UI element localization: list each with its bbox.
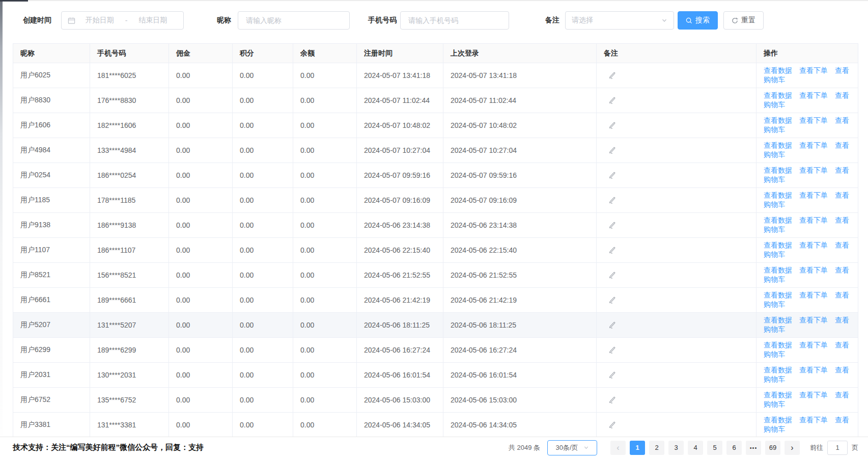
- edit-remark-icon[interactable]: [608, 271, 616, 279]
- view-data-link[interactable]: 查看数据: [764, 341, 792, 349]
- table-row: 用户0254186****02540.000.000.002024-05-07 …: [13, 163, 858, 188]
- view-order-link[interactable]: 查看下单: [799, 216, 828, 224]
- edit-remark-icon[interactable]: [608, 196, 616, 204]
- remark-select[interactable]: 请选择: [565, 11, 674, 30]
- view-order-link[interactable]: 查看下单: [799, 341, 828, 349]
- view-data-link[interactable]: 查看数据: [764, 391, 792, 399]
- remark-cell: [597, 363, 757, 388]
- phone-cell: 186****1107: [90, 238, 169, 263]
- edit-remark-icon[interactable]: [608, 370, 616, 379]
- left-edge-shadow: [0, 2, 3, 458]
- page-button-69[interactable]: 69: [765, 441, 780, 455]
- table-row: 用户6025181****60250.000.000.002024-05-07 …: [13, 63, 858, 88]
- points-cell: 0.00: [233, 263, 293, 288]
- view-data-link[interactable]: 查看数据: [764, 141, 792, 149]
- register-time-cell: 2024-05-07 10:27:04: [357, 138, 443, 163]
- view-data-link[interactable]: 查看数据: [764, 66, 792, 74]
- actions-cell: 查看数据查看下单查看购物车: [757, 413, 858, 438]
- page-size-select[interactable]: 30条/页: [547, 440, 597, 455]
- date-range-picker[interactable]: 开始日期 - 结束日期: [61, 11, 184, 30]
- remark-cell: [597, 313, 757, 338]
- page-button-5[interactable]: 5: [707, 441, 722, 455]
- nickname-cell: 用户4984: [13, 138, 90, 163]
- commission-cell: 0.00: [169, 88, 233, 113]
- view-order-link[interactable]: 查看下单: [799, 191, 828, 199]
- view-data-link[interactable]: 查看数据: [764, 191, 792, 199]
- view-order-link[interactable]: 查看下单: [799, 266, 828, 274]
- register-time-cell: 2024-05-07 10:48:02: [357, 113, 443, 138]
- view-order-link[interactable]: 查看下单: [799, 316, 828, 324]
- view-order-link[interactable]: 查看下单: [799, 391, 828, 399]
- phone-cell: 181****6025: [90, 63, 169, 88]
- view-data-link[interactable]: 查看数据: [764, 241, 792, 249]
- search-button[interactable]: 搜索: [678, 11, 718, 30]
- phone-label: 手机号码: [368, 16, 397, 25]
- view-data-link[interactable]: 查看数据: [764, 91, 792, 99]
- reset-button[interactable]: 重置: [723, 11, 764, 30]
- chevron-down-icon: [661, 17, 667, 23]
- view-order-link[interactable]: 查看下单: [799, 141, 828, 149]
- column-header-5: 注册时间: [357, 44, 443, 63]
- top-border-line: [0, 0, 868, 1]
- commission-cell: 0.00: [169, 113, 233, 138]
- users-table: 昵称手机号码佣金积分余额注册时间上次登录备注操作 用户6025181****60…: [13, 43, 858, 438]
- edit-remark-icon[interactable]: [608, 420, 616, 428]
- edit-remark-icon[interactable]: [608, 395, 616, 403]
- nickname-input[interactable]: [238, 11, 350, 30]
- last-login-cell: 2024-05-06 21:52:55: [443, 263, 597, 288]
- commission-cell: 0.00: [169, 388, 233, 413]
- remark-cell: [597, 413, 757, 438]
- goto-suffix: 页: [852, 443, 858, 452]
- edit-remark-icon[interactable]: [608, 71, 616, 79]
- edit-remark-icon[interactable]: [608, 246, 616, 254]
- edit-remark-icon[interactable]: [608, 96, 616, 104]
- last-login-cell: 2024-05-06 21:42:19: [443, 288, 597, 313]
- page-button-4[interactable]: 4: [688, 441, 703, 455]
- page-button-6[interactable]: 6: [726, 441, 742, 455]
- table-header-row: 昵称手机号码佣金积分余额注册时间上次登录备注操作: [13, 44, 858, 63]
- column-header-0: 昵称: [13, 44, 90, 63]
- search-icon: [686, 17, 692, 24]
- points-cell: 0.00: [233, 313, 293, 338]
- view-data-link[interactable]: 查看数据: [764, 216, 792, 224]
- view-data-link[interactable]: 查看数据: [764, 266, 792, 274]
- view-order-link[interactable]: 查看下单: [799, 366, 828, 374]
- view-order-link[interactable]: 查看下单: [799, 166, 828, 174]
- actions-cell: 查看数据查看下单查看购物车: [757, 388, 858, 413]
- balance-cell: 0.00: [293, 363, 357, 388]
- edit-remark-icon[interactable]: [608, 345, 616, 354]
- create-time-label: 创建时间: [23, 16, 51, 25]
- edit-remark-icon[interactable]: [608, 146, 616, 154]
- page-button-2[interactable]: 2: [649, 441, 664, 455]
- total-count: 共 2049 条: [509, 443, 540, 452]
- phone-input[interactable]: [400, 11, 509, 30]
- prev-page-button[interactable]: ‹: [610, 441, 626, 455]
- edit-remark-icon[interactable]: [608, 295, 616, 304]
- more-pages-button[interactable]: •••: [746, 441, 761, 455]
- view-data-link[interactable]: 查看数据: [764, 316, 792, 324]
- edit-remark-icon[interactable]: [608, 171, 616, 179]
- edit-remark-icon[interactable]: [608, 121, 616, 129]
- next-page-button[interactable]: ›: [785, 441, 800, 455]
- view-order-link[interactable]: 查看下单: [799, 91, 828, 99]
- view-data-link[interactable]: 查看数据: [764, 166, 792, 174]
- page-button-1[interactable]: 1: [630, 441, 645, 455]
- balance-cell: 0.00: [293, 88, 357, 113]
- view-data-link[interactable]: 查看数据: [764, 366, 792, 374]
- edit-remark-icon[interactable]: [608, 221, 616, 229]
- view-order-link[interactable]: 查看下单: [799, 291, 828, 299]
- chevron-down-icon: [583, 445, 589, 450]
- commission-cell: 0.00: [169, 363, 233, 388]
- view-data-link[interactable]: 查看数据: [764, 291, 792, 299]
- edit-remark-icon[interactable]: [608, 320, 616, 329]
- points-cell: 0.00: [233, 113, 293, 138]
- view-data-link[interactable]: 查看数据: [764, 116, 792, 124]
- goto-page-input[interactable]: [827, 441, 848, 455]
- view-data-link[interactable]: 查看数据: [764, 416, 792, 424]
- page-button-3[interactable]: 3: [668, 441, 684, 455]
- view-order-link[interactable]: 查看下单: [799, 116, 828, 124]
- view-order-link[interactable]: 查看下单: [799, 416, 828, 424]
- view-order-link[interactable]: 查看下单: [799, 66, 828, 74]
- phone-cell: 189****6661: [90, 288, 169, 313]
- view-order-link[interactable]: 查看下单: [799, 241, 828, 249]
